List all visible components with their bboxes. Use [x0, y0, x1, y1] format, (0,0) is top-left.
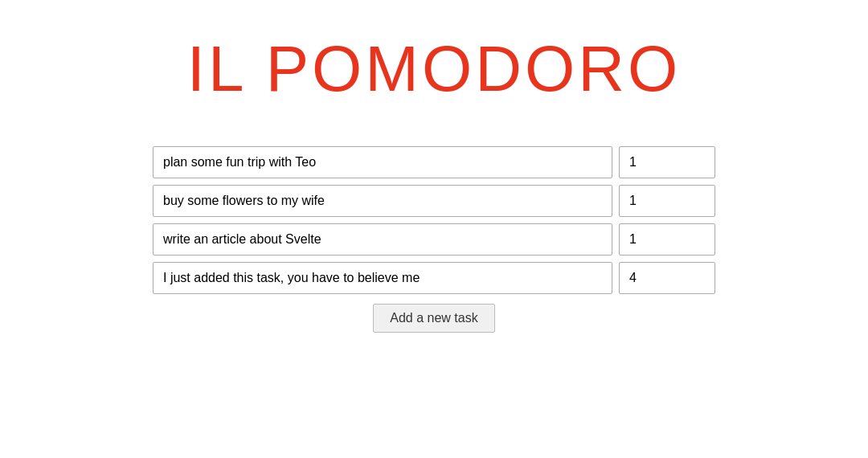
app-title: IL POMODORO: [187, 32, 681, 106]
task-row: [153, 146, 715, 178]
task-row: [153, 223, 715, 256]
task-list: [153, 146, 715, 294]
task-row: [153, 185, 715, 217]
task-count-input-1[interactable]: [619, 146, 715, 178]
task-name-input-1[interactable]: [153, 146, 612, 178]
task-count-input-2[interactable]: [619, 185, 715, 217]
task-name-input-3[interactable]: [153, 223, 612, 256]
tasks-container: Add a new task: [153, 146, 715, 333]
add-task-button[interactable]: Add a new task: [373, 304, 494, 333]
task-count-input-3[interactable]: [619, 223, 715, 256]
task-row: [153, 262, 715, 294]
task-name-input-4[interactable]: [153, 262, 612, 294]
task-name-input-2[interactable]: [153, 185, 612, 217]
task-count-input-4[interactable]: [619, 262, 715, 294]
